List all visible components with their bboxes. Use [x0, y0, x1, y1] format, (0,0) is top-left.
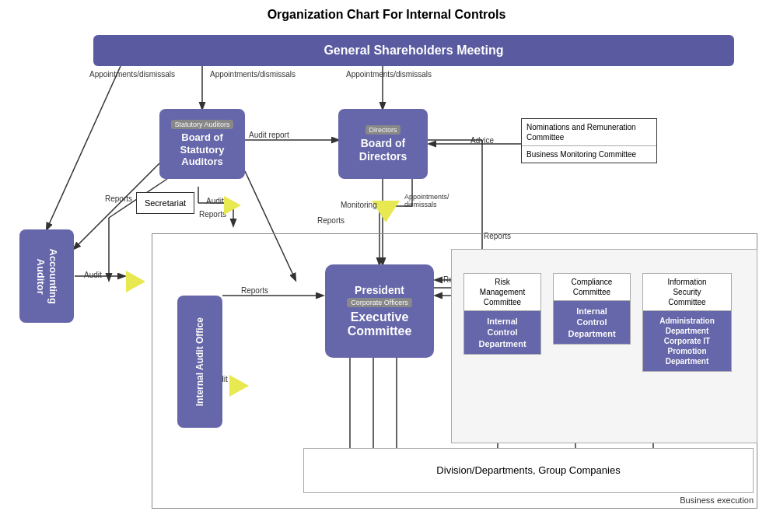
- audit-label-2: Audit: [84, 271, 102, 279]
- biz-exec-label: Business execution: [680, 495, 754, 505]
- audit-label-1: Audit: [206, 197, 224, 205]
- cc-top: ComplianceCommittee: [554, 274, 630, 301]
- bsa-main-text: Board ofStatutoryAuditors: [180, 131, 224, 168]
- appt-label-2: Appointments/dismissals: [210, 70, 296, 79]
- bod-small-label: Directors: [366, 125, 400, 135]
- svg-line-2: [47, 66, 121, 229]
- bod-box: Directors Board ofDirectors: [338, 109, 428, 179]
- audit-report-label: Audit report: [249, 131, 289, 139]
- nrc-bottom: Business Monitoring Committee: [522, 146, 656, 163]
- audit-arrow-1: [224, 196, 241, 215]
- reports-label-3: Reports: [317, 216, 345, 225]
- exec-box: President Corporate Officers ExecutiveCo…: [325, 264, 434, 358]
- cc-bottom: InternalControlDepartment: [554, 301, 630, 344]
- iao-box: Internal Audit Office: [177, 296, 222, 428]
- rmc-box: RiskManagementCommittee InternalControlD…: [463, 273, 541, 355]
- audit-arrow-2: [126, 271, 145, 292]
- aa-box: AccountingAuditor: [19, 229, 74, 323]
- aa-main-text: AccountingAuditor: [34, 248, 58, 304]
- exec-text: ExecutiveCommittee: [348, 310, 412, 338]
- reports-label-2: Reports: [199, 210, 226, 219]
- cc-box: ComplianceCommittee InternalControlDepar…: [553, 273, 631, 345]
- gsm-box: General Shareholders Meeting: [93, 35, 734, 66]
- committees-area: RiskManagementCommittee InternalControlD…: [451, 249, 757, 443]
- isc-box: InformationSecurityCommittee Administrat…: [642, 273, 732, 372]
- appt-label-1: Appointments/dismissals: [89, 70, 175, 79]
- bod-main-text: Board ofDirectors: [359, 137, 407, 163]
- reports-label-1: Reports: [105, 194, 132, 203]
- secretariat-box: Secretariat: [136, 192, 194, 214]
- bsa-box: Statutory Auditors Board ofStatutoryAudi…: [159, 109, 245, 179]
- appt-dismiss-label: Appointments/dismissals: [404, 193, 449, 208]
- advice-label: Advice: [470, 136, 494, 145]
- appt-label-3: Appointments/dismissals: [346, 70, 432, 79]
- president-label: President: [355, 284, 404, 296]
- monitoring-label: Monitoring: [341, 201, 377, 209]
- isc-bottom: AdministrationDepartmentCorporate ITProm…: [643, 311, 731, 371]
- division-box: Division/Departments, Group Companies: [303, 448, 754, 493]
- isc-top: InformationSecurityCommittee: [643, 274, 731, 311]
- nrc-top: Nominations and Remuneration Committee: [522, 119, 656, 146]
- nrc-box: Nominations and Remuneration Committee B…: [521, 118, 657, 163]
- iao-main-text: Internal Audit Office: [194, 317, 205, 406]
- corp-label: Corporate Officers: [347, 298, 411, 307]
- rmc-top: RiskManagementCommittee: [464, 274, 540, 311]
- chart-title: Organization Chart For Internal Controls: [8, 8, 765, 22]
- rmc-bottom: InternalControlDepartment: [464, 311, 540, 354]
- bsa-small-label: Statutory Auditors: [171, 120, 233, 129]
